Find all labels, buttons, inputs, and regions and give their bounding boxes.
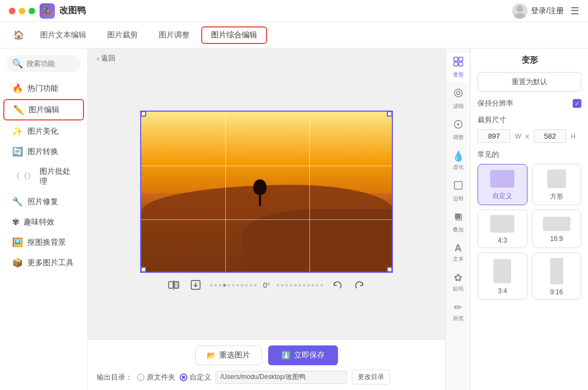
repair-icon: 🔧	[12, 196, 23, 207]
sidebar-item-more[interactable]: 📦 更多图片工具	[3, 253, 84, 272]
sidebar-item-repair[interactable]: 🔧 照片修复	[3, 192, 84, 211]
sidebar-item-fun[interactable]: ✾ 趣味特效	[3, 212, 84, 232]
flip-horizontal-button[interactable]	[166, 277, 181, 293]
transform-label: 变形	[453, 71, 464, 79]
width-input[interactable]	[478, 129, 511, 143]
tool-adjust[interactable]: 调整	[447, 116, 469, 145]
original-folder-option[interactable]: 原文件夹	[137, 372, 175, 382]
rotation-slider[interactable]	[210, 284, 257, 287]
download-icon: ⬇️	[281, 351, 291, 360]
svg-rect-10	[459, 62, 463, 66]
redo-button[interactable]	[352, 277, 367, 293]
dotr10	[316, 284, 319, 287]
sparkle-icon: ✨	[12, 126, 23, 136]
dotr1	[276, 284, 279, 287]
tool-border[interactable]: 边框	[447, 177, 469, 206]
panel-title: 变形	[478, 55, 581, 65]
maximize-traffic-light[interactable]	[29, 8, 35, 14]
dot2	[214, 284, 217, 287]
dotr11	[320, 284, 323, 287]
handle-bottom-right[interactable]	[387, 267, 392, 272]
maintain-ratio-checkbox[interactable]: ✓	[573, 99, 581, 108]
sidebar-item-image-edit[interactable]: ✏️ 图片编辑	[3, 99, 84, 120]
custom-folder-option[interactable]: 自定义	[180, 372, 211, 382]
original-radio[interactable]	[137, 373, 145, 381]
preset-square[interactable]: 方形	[532, 164, 582, 205]
custom-radio[interactable]	[180, 373, 187, 381]
sidebar-item-bg-remove[interactable]: 🖼️ 抠图换背景	[3, 233, 84, 252]
save-button[interactable]: ⬇️ 立即保存	[268, 345, 338, 365]
close-traffic-light[interactable]	[9, 8, 15, 14]
tool-filter[interactable]: 滤镜	[447, 84, 469, 113]
tab-composite[interactable]: 图片综合编辑	[201, 26, 267, 44]
preset-16-9[interactable]: 16:9	[532, 210, 582, 248]
common-label: 常见的	[478, 150, 581, 160]
login-label: 登录/注册	[531, 6, 564, 16]
fun-icon: ✾	[12, 217, 19, 227]
fire-icon: 🔥	[12, 83, 23, 94]
filter-icon	[453, 87, 464, 101]
brush-label: 画笔	[453, 315, 464, 322]
svg-point-12	[457, 91, 460, 95]
dotr2	[281, 284, 284, 287]
tab-adjust[interactable]: 图片调整	[149, 26, 199, 44]
change-dir-button[interactable]: 更改目录	[352, 370, 390, 384]
preset-4-3[interactable]: 4:3	[478, 210, 528, 248]
sidebar-item-convert[interactable]: 🔄 图片转换	[3, 142, 84, 161]
tab-crop[interactable]: 图片裁剪	[98, 26, 147, 44]
reselect-button[interactable]: 📂 重选图片	[195, 345, 262, 365]
svg-rect-20	[490, 215, 514, 233]
menu-icon[interactable]: ☰	[570, 5, 579, 17]
preset-4-3-label: 4:3	[498, 237, 507, 244]
search-box[interactable]: 🔍	[7, 55, 81, 72]
overlay-label: 叠加	[453, 226, 464, 234]
height-input[interactable]	[534, 129, 567, 143]
preset-3-4-label: 3:4	[498, 287, 507, 295]
path-input[interactable]	[215, 371, 347, 384]
filter-label: 滤镜	[453, 102, 464, 110]
titlebar-right: 登录/注册 ☰	[512, 3, 579, 19]
handle-bottom-left[interactable]	[141, 267, 146, 272]
app-icon: 🦆	[40, 3, 55, 19]
tool-overlay[interactable]: 叠加	[447, 208, 469, 237]
reset-button[interactable]: 重置为默认	[478, 72, 581, 92]
rotation-slider-right[interactable]	[276, 284, 323, 287]
tool-transform[interactable]: 变形	[447, 53, 469, 82]
tool-vignette[interactable]: 💧 虚化	[447, 147, 469, 174]
svg-rect-22	[493, 259, 511, 283]
handle-top-left[interactable]	[141, 111, 146, 117]
tree-top	[253, 179, 267, 195]
dot1	[210, 284, 213, 287]
minimize-traffic-light[interactable]	[19, 8, 25, 14]
preset-9-16[interactable]: 9:16	[532, 252, 582, 300]
undo-button[interactable]	[330, 277, 345, 293]
sidebar-item-hot[interactable]: 🔥 热门功能	[3, 79, 84, 98]
dot9	[245, 284, 248, 287]
user-login-button[interactable]: 登录/注册	[512, 3, 564, 19]
reselect-icon: 📂	[207, 351, 216, 360]
svg-rect-21	[543, 217, 570, 231]
preset-custom[interactable]: 自定义	[478, 164, 528, 205]
sidebar-item-batch[interactable]: 〈〈〉 图片批处理	[3, 162, 84, 191]
sidebar-item-beauty[interactable]: ✨ 图片美化	[3, 122, 84, 141]
border-icon	[453, 180, 464, 194]
action-buttons: 📂 重选图片 ⬇️ 立即保存	[97, 345, 436, 365]
tool-text[interactable]: A 文本	[447, 239, 469, 266]
custom-radio-inner	[182, 376, 185, 379]
preset-3-4[interactable]: 3:4	[478, 252, 528, 300]
text-icon: A	[454, 243, 462, 254]
tab-text-edit[interactable]: 图片文本编辑	[31, 26, 96, 44]
canvas-image[interactable]	[140, 111, 393, 273]
handle-top-right[interactable]	[387, 111, 392, 117]
content-area: ‹ 返回	[88, 48, 445, 390]
back-button[interactable]: 返回	[101, 53, 115, 63]
app-name: 改图鸭	[59, 5, 86, 17]
tab-home[interactable]: 🏠	[9, 26, 29, 44]
export-button[interactable]	[188, 277, 203, 293]
adjust-label: 调整	[453, 134, 464, 141]
canvas-toolbar: 0°	[140, 273, 393, 297]
dotr3	[285, 284, 288, 287]
tool-sticker[interactable]: ✿ 贴纸	[447, 268, 469, 296]
search-input[interactable]	[26, 59, 75, 68]
tool-brush[interactable]: ✏ 画笔	[447, 298, 469, 326]
